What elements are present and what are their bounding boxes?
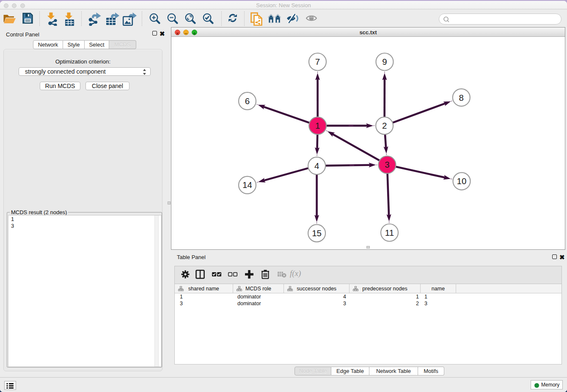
svg-text:4: 4	[314, 161, 319, 171]
svg-text:1: 1	[315, 121, 320, 130]
svg-text:6: 6	[245, 96, 250, 106]
svg-text:11: 11	[385, 228, 394, 237]
svg-text:7: 7	[315, 57, 320, 66]
svg-text:2: 2	[382, 121, 387, 130]
svg-text:3: 3	[385, 160, 389, 169]
svg-text:8: 8	[459, 93, 464, 102]
svg-text:10: 10	[457, 176, 467, 186]
svg-text:14: 14	[242, 180, 252, 190]
svg-text:15: 15	[312, 228, 322, 238]
svg-text:9: 9	[382, 57, 387, 66]
